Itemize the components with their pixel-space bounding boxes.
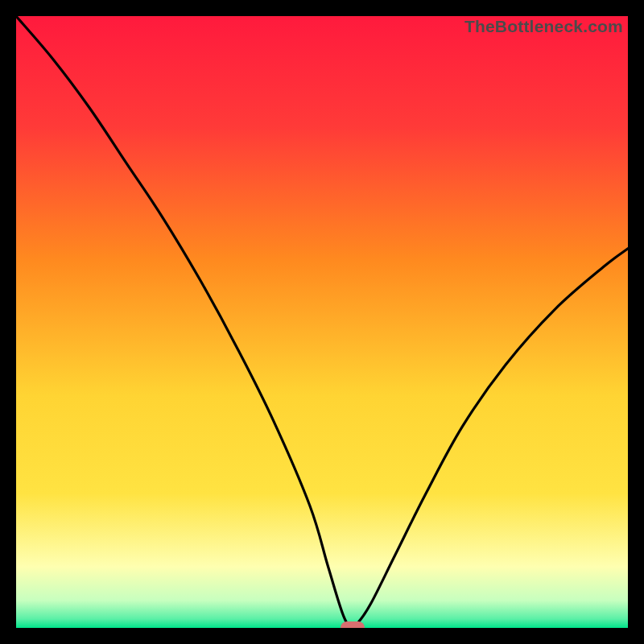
watermark-text: TheBottleneck.com <box>464 17 623 36</box>
optimum-marker <box>341 621 365 628</box>
bottleneck-curve <box>16 16 628 628</box>
plot-area: TheBottleneck.com <box>16 16 628 628</box>
chart-frame: TheBottleneck.com <box>0 0 644 644</box>
